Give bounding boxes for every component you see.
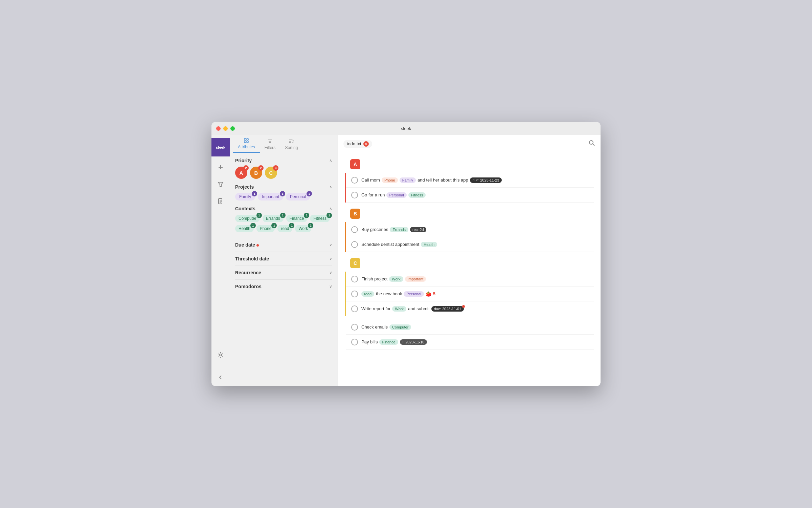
task-text: read the new book Personal 🍅 5 bbox=[361, 291, 588, 297]
tag-errands[interactable]: Errands bbox=[390, 227, 408, 232]
task-checkbox[interactable] bbox=[351, 192, 358, 198]
threshold-date-chevron: ∨ bbox=[329, 256, 332, 261]
priority-group-c: C Finish project Work Important bbox=[345, 255, 594, 316]
context-chip-computer[interactable]: Computer 1 bbox=[235, 215, 260, 222]
context-chip-finance[interactable]: Finance 1 bbox=[286, 215, 308, 222]
priority-label-c: C bbox=[350, 258, 360, 268]
recurrence-header[interactable]: Recurrence ∨ bbox=[235, 270, 332, 275]
priority-chip-b-badge: 2 bbox=[258, 165, 264, 171]
context-chip-health[interactable]: Health 1 bbox=[235, 225, 254, 232]
tag-health[interactable]: Health bbox=[421, 242, 437, 247]
svg-line-19 bbox=[593, 144, 594, 146]
priority-chevron: ∧ bbox=[329, 158, 332, 163]
tab-attributes[interactable]: Attributes bbox=[233, 135, 260, 153]
threshold-date-header[interactable]: Threshold date ∨ bbox=[235, 256, 332, 261]
context-chip-phone[interactable]: Phone 1 bbox=[256, 225, 275, 232]
svg-marker-2 bbox=[218, 182, 223, 187]
minimize-button[interactable] bbox=[223, 126, 228, 131]
search-button[interactable] bbox=[588, 140, 595, 148]
file-tab[interactable]: todo.txt ✕ bbox=[343, 140, 372, 148]
tab-filters[interactable]: Filters bbox=[260, 136, 280, 153]
file-tab-close[interactable]: ✕ bbox=[363, 141, 369, 147]
context-chip-errands[interactable]: Errands 1 bbox=[263, 215, 284, 222]
tab-filters-label: Filters bbox=[265, 145, 276, 150]
task-item: Go for a run Personal Fitness bbox=[346, 188, 594, 203]
priority-chip-a-label: A bbox=[240, 170, 243, 176]
context-chip-read-label: read bbox=[281, 226, 289, 231]
collapse-sidebar-icon[interactable] bbox=[215, 372, 226, 383]
context-chip-errands-badge: 1 bbox=[280, 213, 286, 218]
project-chip-important-label: Important bbox=[262, 194, 279, 199]
due-date-title: Due date bbox=[235, 242, 259, 248]
priority-chip-c[interactable]: C 3 bbox=[265, 167, 277, 179]
tag-fitness[interactable]: Fitness bbox=[408, 192, 426, 198]
context-chip-fitness[interactable]: Fitness 1 bbox=[310, 215, 330, 222]
svg-rect-10 bbox=[244, 141, 246, 143]
task-item: Finish project Work Important bbox=[346, 272, 594, 287]
context-chip-computer-label: Computer bbox=[239, 216, 256, 221]
task-checkbox[interactable] bbox=[351, 241, 358, 248]
contexts-title: Contexts bbox=[235, 206, 255, 211]
task-checkbox[interactable] bbox=[351, 324, 358, 331]
context-chip-work[interactable]: Work 2 bbox=[295, 225, 311, 232]
tab-sorting[interactable]: Sorting bbox=[280, 136, 302, 153]
task-checkbox[interactable] bbox=[351, 291, 358, 297]
project-chip-personal[interactable]: Personal 2 bbox=[286, 193, 310, 200]
file-icon[interactable] bbox=[215, 196, 226, 207]
task-list: A Call mom Phone Family and tell her abo… bbox=[338, 153, 601, 386]
task-checkbox[interactable] bbox=[351, 177, 358, 184]
tag-phone[interactable]: Phone bbox=[382, 177, 398, 183]
tag-personal[interactable]: Personal bbox=[386, 192, 406, 198]
project-chip-important[interactable]: Important 1 bbox=[258, 193, 283, 200]
context-chip-read[interactable]: read 1 bbox=[277, 225, 292, 232]
filter-icon[interactable] bbox=[215, 179, 226, 190]
close-button[interactable] bbox=[216, 126, 221, 131]
task-checkbox[interactable] bbox=[351, 339, 358, 345]
project-chip-family-badge: 1 bbox=[252, 191, 257, 196]
priority-chip-a[interactable]: A 2 bbox=[235, 167, 247, 179]
svg-rect-9 bbox=[247, 139, 248, 140]
context-chip-read-badge: 1 bbox=[289, 223, 294, 228]
due-tag: due: 2023-11-23 bbox=[470, 177, 502, 183]
pomodoros-header[interactable]: Pomodoros ∨ bbox=[235, 284, 332, 289]
contexts-section-header[interactable]: Contexts ∧ bbox=[235, 206, 332, 211]
add-button[interactable] bbox=[215, 162, 226, 173]
priority-chip-b[interactable]: B 2 bbox=[250, 167, 262, 179]
project-chip-important-badge: 1 bbox=[280, 191, 285, 196]
svg-point-18 bbox=[589, 141, 593, 144]
tag-finance[interactable]: Finance bbox=[379, 339, 398, 345]
tab-sorting-label: Sorting bbox=[285, 145, 298, 150]
tag-work[interactable]: Work bbox=[389, 276, 403, 282]
maximize-button[interactable] bbox=[230, 126, 235, 131]
tag-work[interactable]: Work bbox=[392, 306, 406, 312]
tag-read[interactable]: read bbox=[361, 291, 374, 297]
task-item: Write report for Work and submit due: 20… bbox=[346, 301, 594, 316]
settings-icon[interactable] bbox=[215, 350, 226, 360]
due-date-chevron: ∨ bbox=[329, 242, 332, 247]
tab-attributes-label: Attributes bbox=[238, 145, 255, 149]
priority-section-header[interactable]: Priority ∧ bbox=[235, 158, 332, 163]
panel-tabs: Attributes Filters bbox=[230, 135, 338, 153]
task-checkbox[interactable] bbox=[351, 276, 358, 282]
tag-computer[interactable]: Computer bbox=[389, 324, 411, 330]
project-chip-family[interactable]: Family 1 bbox=[235, 193, 255, 200]
app-window: sleek sleek bbox=[211, 122, 601, 386]
logo: sleek bbox=[211, 138, 230, 156]
priority-group-b: B Buy groceries Errands rec: 2d bbox=[345, 206, 594, 252]
tag-family[interactable]: Family bbox=[400, 177, 416, 183]
priority-chip-a-badge: 2 bbox=[243, 165, 249, 171]
threshold-date-section: Threshold date ∨ bbox=[235, 252, 332, 266]
task-checkbox[interactable] bbox=[351, 226, 358, 233]
projects-chevron: ∧ bbox=[329, 185, 332, 189]
context-chip-phone-badge: 1 bbox=[271, 223, 277, 228]
due-tag-overdue: due: 2023-11-01 bbox=[431, 306, 464, 312]
due-date-header[interactable]: Due date ∨ bbox=[235, 242, 332, 248]
project-chip-personal-label: Personal bbox=[290, 194, 306, 199]
projects-section-header[interactable]: Projects ∧ bbox=[235, 184, 332, 190]
task-text: Call mom Phone Family and tell her about… bbox=[361, 177, 588, 183]
tag-personal[interactable]: Personal bbox=[404, 291, 424, 297]
tag-important[interactable]: Important bbox=[405, 276, 426, 282]
priority-section: Priority ∧ A 2 B 2 C bbox=[235, 158, 332, 179]
context-chip-errands-label: Errands bbox=[266, 216, 280, 221]
task-checkbox[interactable] bbox=[351, 305, 358, 312]
